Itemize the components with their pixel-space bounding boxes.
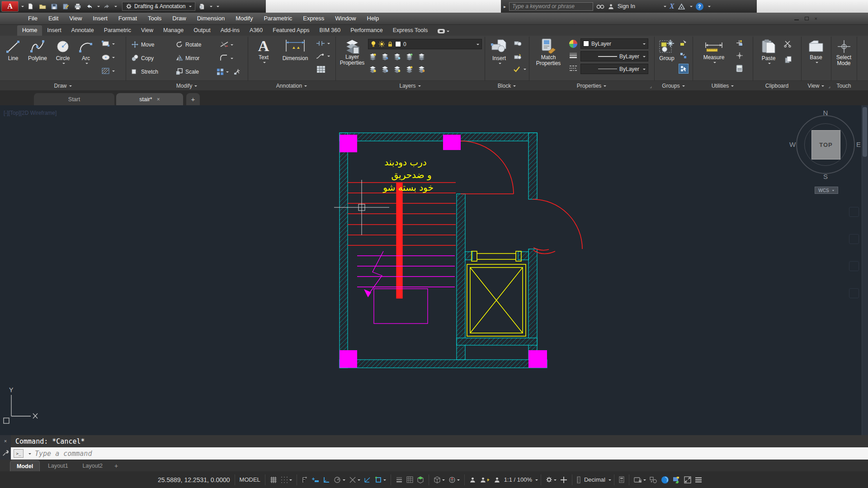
ribbon-tab-performance[interactable]: Performance [345,25,388,36]
panel-footer-utilities[interactable]: Utilities [693,81,753,91]
redo-dropdown-arrow[interactable] [114,6,117,9]
isometric-drafting-toggle[interactable] [347,476,362,483]
grid-display-toggle[interactable] [268,476,279,483]
copy-button[interactable]: Copy [131,54,154,62]
layer-select-combo[interactable]: 0 [368,39,482,49]
scale-button[interactable]: Scale [175,68,199,75]
array-button[interactable] [216,68,229,75]
new-drawing-button[interactable] [25,1,36,11]
infocenter-toggle[interactable]: ▸ [504,4,506,9]
line-button[interactable]: Line [3,39,24,61]
object-snap-toggle[interactable] [373,476,388,483]
measure-button[interactable]: Measure [700,39,728,64]
panel-footer-touch[interactable]: Touch [831,81,857,91]
viewport-controls-label[interactable]: [-][Top][2D Wireframe] [4,110,57,116]
menu-help[interactable]: Help [362,13,385,24]
workspace-switching-button[interactable] [544,476,558,483]
navbar-orbit-icon[interactable] [849,261,859,271]
properties-expander-icon[interactable]: ⌟ [650,84,652,89]
menu-edit[interactable]: Edit [43,13,64,24]
command-close-button[interactable]: × [4,438,7,444]
viewcube-south[interactable]: S [821,173,830,180]
navbar-steeringwheel-icon[interactable] [849,288,859,298]
annotation-scale-person-button[interactable] [492,476,502,483]
group-edit-button[interactable] [679,39,688,47]
drawing-canvas[interactable]: [-][Top][2D Wireframe] [0,105,868,435]
application-menu-arrow-icon[interactable] [21,6,24,9]
ribbon-display-toggle[interactable] [437,28,449,36]
ribbon-tab-home[interactable]: Home [17,25,42,36]
coordinates-display[interactable]: 25.5889, 12.2531, 0.0000 [156,476,232,483]
lineweight-combo[interactable]: ByLayer [580,51,648,61]
command-recent-dropdown-arrow[interactable] [28,453,31,456]
dynamic-input-toggle[interactable] [310,476,321,483]
qat-extra-dropdown-arrow[interactable] [210,6,212,9]
command-input-row[interactable]: >_ [11,447,868,460]
panel-footer-view[interactable]: View⌟ [801,81,831,91]
dimension-button[interactable]: Dimension [278,38,313,61]
file-tab-start[interactable]: Start [34,93,114,105]
quick-properties-toggle[interactable] [617,476,626,483]
ribbon-tab-insert[interactable]: Insert [42,25,66,36]
panel-footer-properties[interactable]: Properties⌟ [529,81,654,91]
copy-clip-button[interactable] [784,56,793,64]
menu-dimension[interactable]: Dimension [192,13,230,24]
id-point-button[interactable] [735,39,743,47]
ungroup-button[interactable] [679,52,688,59]
layer-prev-icon[interactable] [393,53,401,61]
menu-modify[interactable]: Modify [230,13,258,24]
table-button[interactable] [316,66,326,73]
panel-footer-layers[interactable]: Layers [335,81,485,91]
search-binoculars-icon[interactable] [596,3,604,9]
move-button[interactable]: Move [131,41,154,48]
panel-footer-groups[interactable]: Groups [654,81,693,91]
leader-button[interactable] [316,53,330,59]
navbar-zoom-icon[interactable] [849,234,859,244]
match-properties-button[interactable]: Match Properties [532,38,565,66]
menu-view[interactable]: View [64,13,87,24]
annotation-monitor-button[interactable] [558,476,569,483]
annotation-scale-button[interactable]: 1:1 / 100% [502,476,534,483]
isolate-objects-button[interactable] [648,476,659,483]
sign-in-dropdown-arrow[interactable] [664,6,666,9]
annotation-scale-dropdown-arrow[interactable] [535,479,538,482]
sign-in-button[interactable]: Sign In [618,3,635,9]
panel-footer-annotation[interactable]: Annotation [248,81,335,91]
application-menu-button[interactable]: A [1,1,19,12]
file-tab-close-icon[interactable]: × [157,96,160,103]
ellipse-button[interactable] [101,54,115,61]
multileader-button[interactable] [316,40,330,47]
viewcube-west[interactable]: W [788,141,797,148]
save-as-button[interactable] [61,1,71,11]
point-button[interactable] [736,52,743,59]
select-mode-button[interactable]: Select Mode [832,39,856,66]
ribbon-tab-bim360[interactable]: BIM 360 [315,25,346,36]
menu-insert[interactable]: Insert [87,13,113,24]
infer-constraints-toggle[interactable] [300,476,310,483]
menu-format[interactable]: Format [113,13,142,24]
clean-screen-button[interactable] [671,476,682,483]
layer-make-current-icon[interactable] [369,53,377,61]
command-customize-wrench-icon[interactable] [2,450,9,456]
help-dropdown-arrow[interactable] [708,6,711,9]
command-input[interactable] [35,450,868,458]
autoscale-toggle[interactable] [478,476,492,483]
transparency-toggle[interactable] [405,476,415,483]
base-button[interactable]: Base [803,39,829,64]
create-block-button[interactable] [514,40,523,47]
menu-file[interactable]: File [23,13,43,24]
ribbon-tab-parametric[interactable]: Parametric [99,25,136,36]
infocenter-search-input[interactable] [509,2,593,11]
ortho-mode-toggle[interactable] [321,476,332,483]
object-snap-tracking-toggle[interactable] [362,476,373,483]
fillet-button[interactable] [220,54,233,62]
paste-button[interactable]: Paste [757,39,780,65]
rotate-button[interactable]: Rotate [175,41,201,48]
ribbon-tab-manage[interactable]: Manage [158,25,189,36]
wcs-menu-button[interactable]: WCS [815,187,838,194]
navbar-pan-icon[interactable] [849,207,859,217]
panel-footer-block[interactable]: Block [485,81,529,91]
redo-button[interactable] [101,1,112,11]
panel-footer-modify[interactable]: Modify [126,81,248,91]
customization-menu-button[interactable] [693,477,704,483]
